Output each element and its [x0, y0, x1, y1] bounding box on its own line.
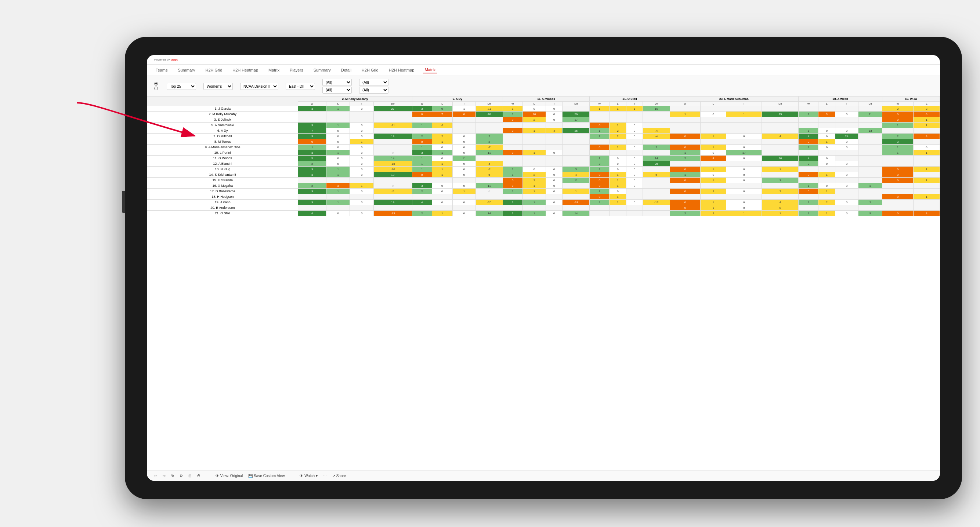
- conference-select2[interactable]: (All): [322, 87, 352, 94]
- share-button[interactable]: ↗ Share: [332, 474, 346, 478]
- clock-button[interactable]: ⏱: [197, 474, 200, 478]
- matrix-cell: 0: [835, 200, 858, 205]
- subnav-h2hgrid2[interactable]: H2H Grid: [360, 67, 380, 73]
- radio-fullview[interactable]: [154, 82, 159, 86]
- matrix-cell: 0: [350, 144, 374, 150]
- matrix-cell: [326, 111, 350, 117]
- save-custom-button[interactable]: 💾 Save Custom View: [248, 474, 285, 478]
- subnav-h2hheatmap1[interactable]: H2H Heatmap: [231, 67, 259, 73]
- matrix-cell: 0: [452, 211, 476, 216]
- matrix-cell: [835, 156, 858, 161]
- corner-header: [147, 97, 298, 106]
- h-aw-t: T: [835, 102, 858, 106]
- matrix-cell: 13: [859, 128, 882, 133]
- matrix-cell: [701, 117, 726, 122]
- tablet-device: Powered by clippd Teams Summary H2H Grid…: [125, 37, 962, 499]
- matrix-cell: -11: [374, 122, 412, 128]
- matrix-cell: 11: [563, 178, 590, 183]
- subnav-detail[interactable]: Detail: [340, 67, 353, 73]
- matrix-cell: 2: [701, 189, 726, 194]
- matrix-cell: [882, 189, 913, 194]
- matrix-cell: 14: [563, 211, 590, 216]
- matrix-cell: [590, 117, 609, 122]
- watch-button[interactable]: 👁 Watch ▾: [300, 474, 318, 478]
- matrix-cell: -11: [476, 106, 503, 111]
- matrix-cell: 25: [643, 161, 670, 167]
- matrix-cell: 0: [350, 150, 374, 156]
- matrix-cell: 0: [609, 167, 626, 172]
- matrix-cell: [799, 122, 818, 128]
- subnav-matrix1[interactable]: Matrix: [267, 67, 281, 73]
- players-select[interactable]: (All): [359, 79, 388, 86]
- subnav-summary1[interactable]: Summary: [176, 67, 196, 73]
- matrix-cell: [701, 139, 726, 144]
- subnav-matrix2[interactable]: Matrix: [423, 67, 437, 73]
- region-select[interactable]: East - DII: [286, 83, 315, 90]
- division-select[interactable]: NCAA Division II: [240, 83, 278, 90]
- settings-button[interactable]: ⚙: [180, 474, 183, 478]
- logo-subtitle: Powered by clippd: [154, 58, 178, 61]
- matrix-cell: 2: [882, 106, 913, 111]
- h-os-l: L: [609, 102, 626, 106]
- matrix-cell: 0: [726, 144, 762, 150]
- matrix-cell: 6: [913, 111, 940, 117]
- matrix-cell: 1: [818, 189, 835, 194]
- matrix-cell: [643, 122, 670, 128]
- matrix-cell: [452, 205, 476, 211]
- subnav-summary2[interactable]: Summary: [312, 67, 332, 73]
- subnav-teams[interactable]: Teams: [154, 67, 169, 73]
- matrix-cell: 3: [882, 139, 913, 144]
- matrix-cell: 1: [412, 156, 432, 161]
- maxplayers-select[interactable]: Top 25: [167, 83, 196, 90]
- matrix-cell: 1: [670, 172, 700, 178]
- zoom-button[interactable]: ⊞: [188, 474, 191, 478]
- more-button[interactable]: ⋯: [323, 474, 327, 478]
- table-row: 19. J Kanh31019400-20310-31210-120104220…: [147, 200, 940, 205]
- matrix-cell: 0: [432, 189, 452, 194]
- matrix-cell: 0: [626, 122, 643, 128]
- redo-button[interactable]: ↪: [163, 474, 165, 478]
- players-select2[interactable]: (All): [359, 87, 388, 94]
- conference-select[interactable]: (All): [322, 79, 352, 86]
- matrix-cell: 2: [590, 161, 609, 167]
- matrix-cell: [762, 106, 799, 111]
- col-gwoods: 11. G Woods: [503, 97, 589, 102]
- matrix-cell: [609, 111, 626, 117]
- matrix-cell: [374, 117, 412, 122]
- matrix-cell: 1: [590, 133, 609, 139]
- radio-compactview[interactable]: [154, 87, 159, 90]
- matrix-cell: 1: [701, 144, 726, 150]
- matrix-cell: [643, 189, 670, 194]
- view-options: [154, 82, 159, 90]
- player-name-cell: 19. J Kanh: [147, 200, 298, 205]
- subnav-h2hgrid1[interactable]: H2H Grid: [204, 67, 224, 73]
- matrix-cell: 1: [609, 183, 626, 189]
- undo-button[interactable]: ↩: [154, 474, 157, 478]
- player-name-cell: 11. G Woods: [147, 156, 298, 161]
- matrix-cell: 0: [546, 183, 562, 189]
- matrix-cell: 0: [503, 178, 522, 183]
- matrix-cell: 0: [882, 211, 913, 216]
- subnav-h2hheatmap2[interactable]: H2H Heatmap: [387, 67, 416, 73]
- matrix-cell: 3: [298, 150, 326, 156]
- col-awebb: 38. A Webb: [799, 97, 882, 102]
- gender-select[interactable]: Women's: [204, 83, 233, 90]
- view-original-button[interactable]: 👁 View: Original: [216, 474, 243, 478]
- table-row: 10. L Perini310031011010101711: [147, 150, 940, 156]
- matrix-cell: [726, 106, 762, 111]
- matrix-cell: 0: [590, 172, 609, 178]
- matrix-cell: 20: [762, 156, 799, 161]
- matrix-cell: 1: [670, 111, 700, 117]
- subnav-players[interactable]: Players: [288, 67, 305, 73]
- matrix-cell: [503, 122, 522, 128]
- matrix-cell: [859, 122, 882, 128]
- matrix-cell: [298, 205, 326, 211]
- matrix-cell: 1: [350, 139, 374, 144]
- matrix-cell: 0: [799, 139, 818, 144]
- matrix-cell: [626, 189, 643, 194]
- matrix-area[interactable]: 2. M Kelly Mulcahy 6. A Dy 11. G Woods 2…: [147, 96, 940, 470]
- matrix-cell: [522, 144, 546, 150]
- refresh-button[interactable]: ↻: [171, 474, 174, 478]
- matrix-cell: 1: [432, 211, 452, 216]
- matrix-cell: [859, 167, 882, 172]
